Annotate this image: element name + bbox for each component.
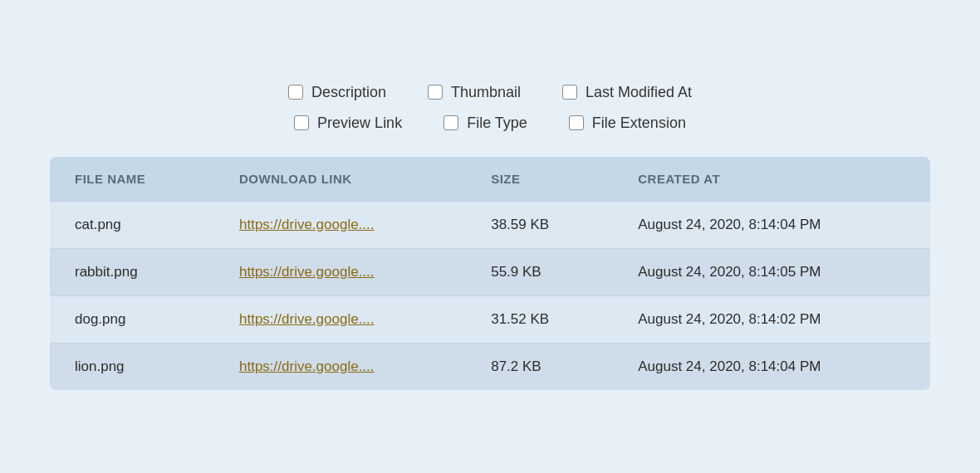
checkbox-item-file-extension[interactable]: File Extension bbox=[569, 115, 686, 132]
preview-link-checkbox[interactable] bbox=[294, 115, 309, 130]
cell-created-at: August 24, 2020, 8:14:04 PM bbox=[613, 201, 930, 248]
table-header-row: FILE NAME DOWNLOAD LINK SIZE CREATED AT bbox=[50, 157, 930, 202]
thumbnail-checkbox[interactable] bbox=[428, 85, 443, 100]
checkbox-item-thumbnail[interactable]: Thumbnail bbox=[428, 84, 521, 101]
download-link-anchor[interactable]: https://drive.google.... bbox=[239, 264, 375, 280]
checkbox-item-description[interactable]: Description bbox=[288, 84, 386, 101]
table-row: lion.pnghttps://drive.google....87.2 KBA… bbox=[50, 343, 930, 390]
file-extension-label: File Extension bbox=[592, 115, 686, 132]
cell-file-name: dog.png bbox=[50, 295, 214, 343]
download-link-anchor[interactable]: https://drive.google.... bbox=[239, 217, 375, 232]
checkbox-item-last-modified-at[interactable]: Last Modified At bbox=[562, 84, 692, 101]
main-container: Description Thumbnail Last Modified At P… bbox=[33, 59, 947, 415]
cell-file-name: rabbit.png bbox=[50, 248, 214, 295]
column-header-created-at: CREATED AT bbox=[613, 157, 930, 202]
column-header-size: SIZE bbox=[466, 157, 613, 202]
file-type-label: File Type bbox=[467, 115, 527, 132]
preview-link-label: Preview Link bbox=[317, 115, 402, 132]
cell-size: 87.2 KB bbox=[466, 343, 613, 390]
cell-download-link[interactable]: https://drive.google.... bbox=[214, 201, 466, 248]
checkbox-item-file-type[interactable]: File Type bbox=[443, 115, 527, 132]
cell-file-name: lion.png bbox=[50, 343, 214, 390]
cell-file-name: cat.png bbox=[50, 201, 214, 248]
column-header-download-link: DOWNLOAD LINK bbox=[214, 157, 466, 202]
description-checkbox[interactable] bbox=[288, 85, 303, 100]
cell-created-at: August 24, 2020, 8:14:04 PM bbox=[613, 343, 930, 390]
cell-size: 31.52 KB bbox=[466, 295, 613, 343]
cell-download-link[interactable]: https://drive.google.... bbox=[214, 248, 466, 295]
cell-created-at: August 24, 2020, 8:14:02 PM bbox=[613, 295, 930, 343]
checkbox-item-preview-link[interactable]: Preview Link bbox=[294, 115, 402, 132]
cell-size: 38.59 KB bbox=[466, 201, 613, 248]
checkboxes-section: Description Thumbnail Last Modified At P… bbox=[50, 84, 930, 132]
file-type-checkbox[interactable] bbox=[443, 115, 458, 130]
last-modified-at-label: Last Modified At bbox=[586, 84, 692, 101]
last-modified-at-checkbox[interactable] bbox=[562, 85, 577, 100]
table-row: cat.pnghttps://drive.google....38.59 KBA… bbox=[50, 201, 930, 248]
table-row: rabbit.pnghttps://drive.google....55.9 K… bbox=[50, 248, 930, 295]
cell-size: 55.9 KB bbox=[466, 248, 613, 295]
download-link-anchor[interactable]: https://drive.google.... bbox=[239, 311, 375, 327]
column-header-file-name: FILE NAME bbox=[50, 157, 214, 202]
thumbnail-label: Thumbnail bbox=[451, 84, 521, 101]
file-extension-checkbox[interactable] bbox=[569, 115, 584, 130]
cell-download-link[interactable]: https://drive.google.... bbox=[214, 295, 466, 343]
file-table: FILE NAME DOWNLOAD LINK SIZE CREATED AT … bbox=[50, 157, 930, 390]
description-label: Description bbox=[311, 84, 386, 101]
cell-download-link[interactable]: https://drive.google.... bbox=[214, 343, 466, 390]
cell-created-at: August 24, 2020, 8:14:05 PM bbox=[613, 248, 930, 295]
table-row: dog.pnghttps://drive.google....31.52 KBA… bbox=[50, 295, 930, 343]
checkbox-row-1: Description Thumbnail Last Modified At bbox=[288, 84, 692, 101]
download-link-anchor[interactable]: https://drive.google.... bbox=[239, 358, 375, 374]
checkbox-row-2: Preview Link File Type File Extension bbox=[294, 115, 686, 132]
file-table-container: FILE NAME DOWNLOAD LINK SIZE CREATED AT … bbox=[50, 157, 930, 390]
